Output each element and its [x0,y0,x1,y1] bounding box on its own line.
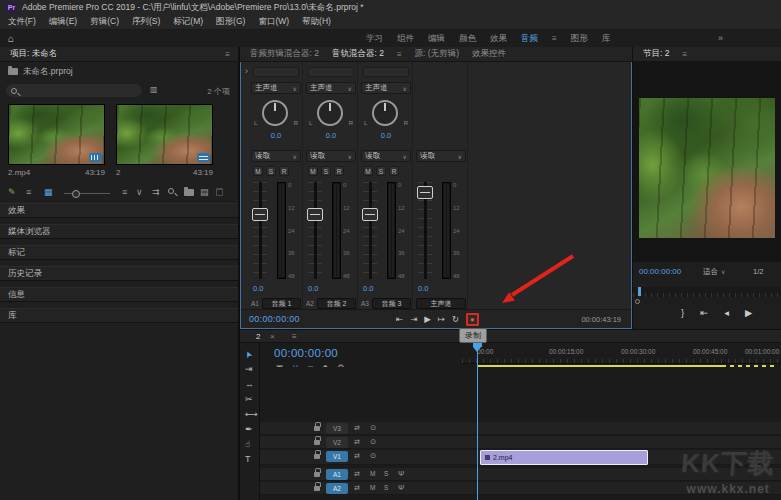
dock-tab[interactable]: 效果 [0,203,238,218]
output-assignment-dropdown[interactable]: 主声道 ∨ [251,82,301,94]
find-icon[interactable] [168,188,174,194]
filter-bin-icon[interactable]: ▥ [150,85,158,94]
time-ruler[interactable]: 00:00 00:00:15:00 00:00:30:00 00:00:45:0… [462,343,781,364]
mark-out-button[interactable]: } [681,307,684,318]
effects-slot[interactable] [253,67,299,77]
track-target-button[interactable]: A2 [326,483,348,494]
playback-resolution-dropdown[interactable]: 1/2 [753,267,763,276]
timeline-clip[interactable]: 2.mp4 [480,450,648,465]
track-name-field[interactable]: 主声道 [416,298,466,309]
icon-view-icon[interactable]: ▦ [44,187,53,197]
menu-item[interactable]: 文件(F) [8,16,36,28]
menu-item[interactable]: 编辑(E) [49,16,77,28]
fader-level-value[interactable]: 0.0 [253,284,263,293]
program-mini-timeline[interactable] [633,287,781,297]
track-state-button[interactable]: M [308,166,318,176]
play-in-to-out-button[interactable]: ↦ [438,315,445,324]
panel-menu-icon[interactable]: ≡ [292,332,297,341]
panel-menu-icon[interactable]: ≡ [225,50,230,59]
selection-tool[interactable]: ➤ [243,349,254,360]
hand-tool[interactable]: ☝ [245,440,250,449]
toggle-track-output-icon[interactable]: ⊙ [370,452,376,460]
workspace-tab[interactable]: 学习 [366,33,383,45]
track-target-button[interactable]: V1 [326,451,348,462]
effects-slot[interactable] [363,67,409,77]
track-state-button[interactable]: M [253,166,263,176]
menu-item[interactable]: 剪辑(C) [90,16,119,28]
project-writable-icon[interactable]: ✎ [8,187,16,197]
mixer-tab[interactable]: 音频剪辑混合器: 2 [250,48,319,60]
show-effects-sends-icon[interactable]: › [245,66,248,76]
zoom-level-dropdown[interactable]: 适合∨ [703,267,725,277]
automation-mode-dropdown[interactable]: 读取 ∨ [251,150,301,162]
mixer-tab[interactable]: 音轨混合器: 2 [332,48,384,60]
ripple-edit-tool[interactable]: ↔ [245,380,254,389]
go-to-in-button[interactable]: ⇤ [700,307,708,318]
effects-slot[interactable] [308,67,354,77]
sequence-name[interactable]: 2 [116,168,120,177]
volume-fader-handle[interactable] [417,186,433,199]
track-target-button[interactable]: V2 [326,437,348,448]
menu-item[interactable]: 帮助(H) [302,16,331,28]
voiceover-record-icon[interactable]: Ψ [398,484,404,492]
track-state-button[interactable]: R [334,166,344,176]
sort-icons-icon[interactable]: ≡ [122,187,127,197]
track-lock-icon[interactable] [314,440,320,445]
fader-track[interactable] [253,182,267,279]
output-assignment-dropdown[interactable]: 主声道 ∨ [361,82,411,94]
dock-tab[interactable]: 库 [0,308,238,323]
workspace-menu-icon[interactable]: ≡ [552,34,557,43]
mute-button[interactable]: M [370,471,375,478]
track-state-button[interactable]: R [389,166,399,176]
record-button[interactable]: ● [466,313,479,327]
mixer-tab[interactable]: 源: (无剪辑) [415,48,459,60]
workspace-tab[interactable]: 效果 [490,33,507,45]
menu-item[interactable]: 标记(M) [173,16,203,28]
sync-lock-icon[interactable]: ⇄ [354,470,360,477]
close-icon[interactable]: × [270,332,275,341]
workspace-tab[interactable]: 组件 [397,33,414,45]
solo-button[interactable]: S [384,471,388,478]
fader-level-value[interactable]: 0.0 [418,284,428,293]
track-lock-icon[interactable] [314,426,320,431]
fader-level-value[interactable]: 0.0 [308,284,318,293]
track-state-button[interactable]: M [363,166,373,176]
project-item-sequence[interactable]: 2 43:19 [116,104,213,177]
pan-knob[interactable] [262,100,288,126]
track-target-button[interactable]: V3 [326,423,348,434]
mixer-timecode[interactable]: 00:00:00:00 [249,314,300,324]
workspace-tab[interactable]: 音频 [521,33,538,45]
play-button[interactable]: ▶ [745,307,752,318]
list-view-icon[interactable]: ≡ [26,187,31,197]
go-to-in-button[interactable]: ⇤ [396,315,403,324]
clip-name[interactable]: 2.mp4 [8,168,30,177]
mixer-tab[interactable]: 效果控件 [472,48,506,60]
mute-button[interactable]: M [370,485,375,492]
go-to-out-button[interactable]: ⇥ [410,315,417,324]
playhead-line[interactable] [477,343,478,500]
bin-breadcrumb[interactable]: 未命名.prproj [0,64,238,79]
track-state-button[interactable]: R [279,166,289,176]
project-item-clip[interactable]: 2.mp4 43:19 [8,104,105,177]
automation-mode-dropdown[interactable]: 读取 ∨ [361,150,411,162]
clear-icon[interactable] [216,188,223,196]
workspace-tab[interactable]: 库 [602,33,611,45]
automation-mode-dropdown[interactable]: 读取 ∨ [306,150,356,162]
panel-menu-icon[interactable]: ≡ [682,50,687,59]
track-lock-icon[interactable] [314,454,320,459]
zoom-slider[interactable] [64,193,110,194]
razor-tool[interactable]: ✂ [245,395,253,404]
panel-menu-icon[interactable]: ≡ [397,50,402,59]
dock-tab[interactable]: 信息 [0,287,238,302]
track-state-button[interactable]: S [376,166,386,176]
timeline-timecode[interactable]: 00:00:00:00 [274,347,338,359]
tab-sequence[interactable]: 2 [256,332,260,341]
pan-value[interactable]: 0.0 [361,131,411,140]
menu-item[interactable]: 窗口(W) [258,16,289,28]
pan-knob[interactable] [317,100,343,126]
workspace-tab[interactable]: 编辑 [428,33,445,45]
automation-mode-dropdown[interactable]: 读取 ∨ [416,150,466,162]
dock-tab[interactable]: 标记 [0,245,238,260]
dock-tab[interactable]: 历史记录 [0,266,238,281]
volume-fader-handle[interactable] [252,208,268,221]
